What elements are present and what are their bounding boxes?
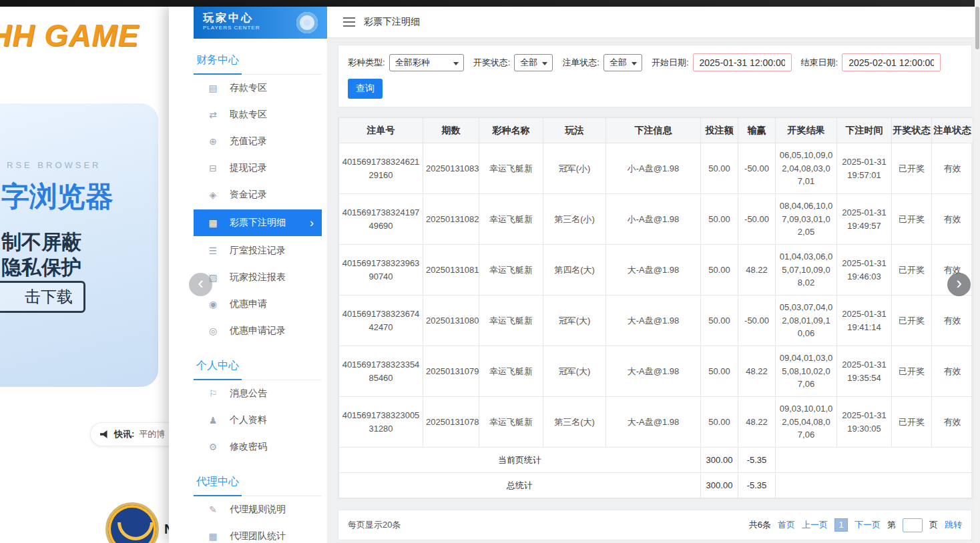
deposit-icon: ▤ (207, 83, 219, 93)
cell-bet-status: 有效 (932, 397, 973, 448)
current-page[interactable]: 1 (834, 518, 848, 532)
table-row: 40156917383239639074020250131081幸运飞艇新第四名… (339, 245, 973, 296)
summary-label: 当前页统计 (339, 448, 701, 473)
sidebar-item-hall[interactable]: ☰厅室投注记录 (194, 237, 322, 264)
sidebar-item-deposit[interactable]: ▤存款专区 (194, 75, 322, 101)
sidebar-item-gear[interactable]: ⚙修改密码 (194, 434, 322, 460)
cell-bet-amount: 50.00 (701, 143, 738, 194)
sidebar-section-title: 个人中心 (194, 355, 322, 380)
page-word-pre: 第 (887, 519, 896, 531)
sidebar-item-label: 消息公告 (230, 388, 267, 400)
cell-lottery-name: 幸运飞艇新 (479, 194, 543, 245)
browser-promo-banner: RSE BROWSER 字浏览器 制不屏蔽 隐私保护 击下载 (0, 103, 158, 387)
cell-draw-result: 05,03,07,04,02,08,01,09,10,06 (776, 296, 837, 346)
sidebar-item-stats[interactable]: ▦代理团队统计 (194, 523, 322, 543)
funds-icon: ◈ (207, 189, 219, 200)
sidebar-item-promo-record[interactable]: ◎优惠申请记录 (194, 318, 322, 344)
summary-row: 总统计300.00-5.35 (339, 473, 973, 498)
page-word-post: 页 (929, 519, 938, 531)
sidebar-item-recharge[interactable]: ⊕充值记录 (194, 128, 322, 155)
cell-bet-status: 有效 (932, 346, 973, 397)
next-page-link[interactable]: 下一页 (854, 519, 881, 531)
table-row: 40156917383241974969020250131082幸运飞艇新第三名… (339, 194, 973, 245)
doc-icon: ✎ (207, 504, 219, 515)
table-body: 40156917383246212916020250131083幸运飞艇新冠军(… (339, 143, 973, 498)
cell-play-type: 冠军(大) (543, 296, 606, 346)
ticker-label: 快讯: (114, 428, 134, 440)
scrollbar-track[interactable] (975, 0, 980, 543)
sidebar-item-cashout[interactable]: ⊟提现记录 (194, 155, 322, 181)
sidebar-item-bell[interactable]: ⚐消息公告 (194, 380, 322, 407)
lottery-type-label: 彩种类型: (348, 57, 385, 69)
nav-next-arrow[interactable]: › (947, 273, 971, 296)
sidebar-item-report[interactable]: ▨玩家投注报表 (194, 264, 322, 291)
sidebar-item-withdraw[interactable]: ⇄取款专区 (194, 101, 322, 128)
cell-period: 20250131081 (423, 245, 479, 296)
sidebar-section-title: 代理中心 (194, 471, 322, 496)
site-logo: HH GAME (0, 17, 139, 53)
summary-bet-amount: 300.00 (701, 473, 738, 498)
scrollbar-thumb[interactable] (975, 7, 979, 49)
cell-bet-info: 大-A盘@1.98 (606, 245, 701, 296)
sidebar-item-user[interactable]: ♟个人资料 (194, 407, 322, 434)
cell-period: 20250131082 (423, 194, 479, 245)
badge-letter: N (164, 522, 169, 537)
sidebar-item-label: 取款专区 (230, 109, 267, 121)
cell-play-type: 冠军(大) (543, 346, 606, 397)
page-jump-input[interactable] (903, 518, 923, 532)
lottery-type-select[interactable]: 全部彩种 (389, 54, 464, 71)
download-button[interactable]: 击下载 (0, 281, 85, 313)
cell-draw-result: 09,03,10,01,02,05,04,08,07,06 (776, 397, 837, 448)
ticker-text: 平的博 (139, 428, 165, 440)
first-page-link[interactable]: 首页 (778, 519, 795, 531)
cell-win-loss: 48.22 (738, 397, 776, 448)
col-header-win-loss: 输赢 (738, 118, 776, 143)
cell-draw-result: 09,04,01,03,05,08,10,02,07,06 (776, 346, 837, 397)
speaker-icon (100, 430, 109, 438)
cell-bet-amount: 50.00 (701, 397, 738, 448)
sidebar-item-funds[interactable]: ◈资金记录 (194, 181, 322, 208)
sidebar-item-doc[interactable]: ✎代理规则说明 (194, 496, 322, 523)
sidebar-item-promo[interactable]: ◉优惠申请 (194, 291, 322, 318)
promo-tagline: RSE BROWSER (7, 160, 101, 170)
table-row: 40156917383233548546020250131079幸运飞艇新冠军(… (339, 346, 973, 397)
end-date-input[interactable] (842, 53, 941, 71)
jump-link[interactable]: 跳转 (945, 519, 962, 531)
stats-icon: ▦ (207, 531, 219, 542)
table-row: 40156917383246212916020250131083幸运飞艇新冠军(… (339, 143, 973, 194)
bet-status-select[interactable]: 全部 (603, 54, 642, 71)
table-row: 40156917383236744247020250131080幸运飞艇新冠军(… (339, 296, 973, 346)
nav-prev-arrow[interactable]: ‹ (189, 273, 212, 296)
cell-play-type: 冠军(小) (543, 143, 606, 194)
cell-play-type: 第三名(小) (543, 194, 606, 245)
main-content: 彩票下注明细 彩种类型: 全部彩种 开奖状态: 全部 注单状态: (327, 7, 975, 543)
filter-card: 彩种类型: 全部彩种 开奖状态: 全部 注单状态: 全部 (338, 45, 972, 107)
cell-draw-result: 01,04,03,06,05,07,10,09,08,02 (776, 245, 837, 296)
cell-bet-info: 大-A盘@1.98 (606, 397, 701, 448)
start-date-input[interactable] (693, 53, 792, 71)
draw-status-select[interactable]: 全部 (514, 54, 553, 71)
menu-toggle-icon[interactable] (343, 17, 355, 27)
query-button[interactable]: 查询 (348, 79, 383, 99)
sidebar-item-label: 存款专区 (230, 82, 267, 94)
prev-page-link[interactable]: 上一页 (802, 519, 828, 531)
withdraw-icon: ⇄ (207, 109, 219, 120)
cell-bet-amount: 50.00 (701, 296, 738, 346)
sidebar-item-lottery[interactable]: ▦彩票下注明细› (194, 209, 322, 236)
cell-bet-status: 有效 (932, 296, 973, 346)
chevron-down-icon (542, 62, 547, 65)
cell-draw-result: 06,05,10,09,02,04,08,03,07,01 (776, 143, 837, 194)
player-center-panel: 玩家中心 PLAYERS CENTER 财务中心▤存款专区⇄取款专区⊕充值记录⊟… (169, 7, 975, 543)
cell-bet-id: 401569173832462129160 (339, 143, 423, 194)
cell-bet-amount: 50.00 (701, 194, 738, 245)
promo-line2: 制不屏蔽 (1, 229, 81, 256)
end-date-label: 结束日期: (801, 57, 838, 69)
sidebar-item-label: 彩票下注明细 (230, 217, 286, 229)
gear-icon: ⚙ (207, 442, 219, 452)
cell-bet-info: 小-A盘@1.98 (606, 143, 701, 194)
cell-draw-status: 已开奖 (892, 346, 932, 397)
cell-draw-status: 已开奖 (892, 143, 932, 194)
sidebar-item-label: 资金记录 (230, 189, 267, 201)
chevron-right-icon: › (310, 216, 314, 230)
pagination-bar: 每页显示20条 共6条 首页 上一页 1 下一页 第 页 跳转 (338, 510, 972, 540)
